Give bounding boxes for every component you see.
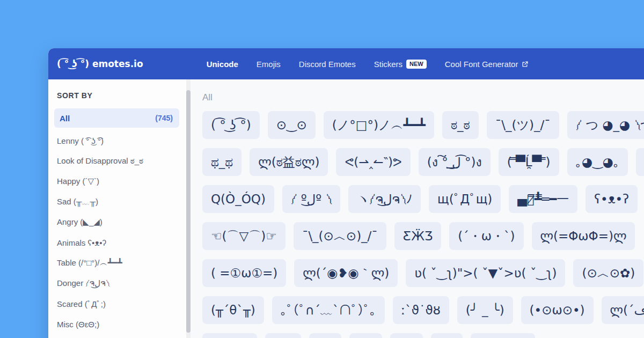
sidebar-item-misc[interactable]: Misc (ΘεΘ;) [54,314,179,334]
emote-card[interactable]: ƸӜƷ [394,222,441,250]
emote-row-partial [202,333,644,338]
sidebar-item-label: Donger ༼ຈل͜ຈ༽ [57,278,109,288]
nav-label: Unicode [207,60,238,69]
sidebar-item-count: (745) [155,114,173,122]
emote-list-panel: All ( ͡° ͜ʖ ͡°)⊙‿⊙(ノ°□°)ノ︵┻━┻ಠ_ಠ¯\_(ツ)_/… [191,79,644,338]
emote-card[interactable]: ლ(ಠ益ಠლ) [250,148,328,176]
app-window: ( ͡° ͜ʖ ͡°) emotes.io UnicodeEmojisDisco… [48,48,644,338]
sidebar-item-all[interactable]: All(745) [54,108,179,128]
nav-stickers[interactable]: StickersNEW [374,60,427,69]
sidebar-item-label: Misc (ΘεΘ;) [57,320,99,329]
sidebar-item-look-of-disapproval[interactable]: Look of Disapproval ಠ_ಠ [54,151,179,171]
sidebar-item-lenny[interactable]: Lenny ( ͡° ͜ʖ ͡°) [54,130,179,151]
emote-card[interactable]: ༼ ºل͜º ༽ [282,185,340,213]
sidebar-item-label: Angry (◣_◢) [57,217,103,227]
emote-card[interactable]: ( ͡° ͜ʖ ͡°) [202,111,260,139]
emote-card[interactable]: ლ(=ΦωΦ=)ლ [532,222,635,250]
nav-label: Cool Font Generator [445,60,518,69]
emote-card[interactable]: (ง ͠° ͟ل͜ ͡°)ง [419,148,491,176]
emote-card[interactable]: ༼ つ ◕_◕ ༽つ [567,111,644,139]
top-navbar: ( ͡° ͜ʖ ͡°) emotes.io UnicodeEmojisDisco… [48,48,644,79]
emote-card[interactable]: щ(ﾟДﾟщ) [429,185,501,213]
emote-card[interactable]: ( ̿▀̿Ĺ̯▀̿ ̿) [499,148,559,176]
sidebar-item-angry[interactable]: Angry (◣_◢) [54,212,179,232]
category-heading: All [202,92,644,103]
emote-card[interactable]: ▄︻̷̿┻̿═━一 [509,185,577,213]
emote-card[interactable]: ( =①ω①=) [202,259,286,287]
emote-grid: ( ͡° ͜ʖ ͡°)⊙‿⊙(ノ°□°)ノ︵┻━┻ಠ_ಠ¯\_(ツ)_/¯༼ つ… [202,111,644,338]
emote-row: (╥´θ`╥)｡ﾟ(ﾟ∩´﹏`∩ﾟ)ﾟ｡ː`ϑ˙ϑȣ(╯ _ ╰)(•⊙ω⊙•)… [202,296,644,324]
sidebar-item-sad[interactable]: Sad (╥﹏╥) [54,192,179,212]
nav-cool-font-generator[interactable]: Cool Font Generator [445,60,529,69]
emote-card[interactable] [471,333,535,338]
emote-card[interactable]: ｡ﾟ(ﾟ∩´﹏`∩ﾟ)ﾟ｡ [272,296,385,324]
page: { "colors": { "page_background": "#58a7f… [0,0,644,338]
sidebar-scrollbar-track[interactable] [186,79,191,338]
sidebar-list: All(745)Lenny ( ͡° ͜ʖ ͡°)Look of Disappr… [54,108,179,334]
emote-card[interactable]: (╥´θ`╥) [202,296,264,324]
emote-row: Q(Ò_ÓQ)༼ ºل͜º ༽ヽ༼ຈل͜ຈ༽ﾉщ(ﾟДﾟщ)▄︻̷̿┻̿═━一ʕ… [202,185,644,213]
site-logo[interactable]: ( ͡° ͜ʖ ͡°) emotes.io [57,58,143,69]
external-link-icon [522,61,529,68]
sidebar-item-label: Animals ʕ•ᴥ•ʔ [57,238,106,247]
sidebar-item-label: Happy (´▽`) [57,177,99,186]
main-nav: UnicodeEmojisDiscord EmotesStickersNEWCo… [207,60,529,69]
sidebar-item-label: Sad (╥﹏╥) [57,197,98,207]
emote-card[interactable]: (´・ω・`) [449,222,523,250]
emote-card[interactable]: ლ(´ڡ`ლ) [602,296,644,324]
emote-card[interactable]: ː`ϑ˙ϑȣ [393,296,449,324]
emote-card[interactable]: ¯\_(⊙︿⊙)_/¯ [294,222,386,250]
sidebar-item-label: All [60,114,70,123]
emote-card[interactable]: ヽ༼ຈل͜ຈ༽ﾉ [348,185,421,213]
sidebar: SORT BY All(745)Lenny ( ͡° ͜ʖ ͡°)Look of… [48,79,186,338]
sidebar-item-label: Lenny ( ͡° ͜ʖ ͡°) [57,136,104,145]
nav-discord-emotes[interactable]: Discord Emotes [299,60,356,69]
sidebar-item-label: Scared (ﾟДﾟ;) [57,299,106,308]
emote-card[interactable]: ( ͡ᵔ ͜ʖ ͡ᵔ ) [636,148,644,176]
emote-card[interactable]: (╯ _ ╰) [457,296,513,324]
emote-card[interactable]: ¯\_(ツ)_/¯ [487,111,559,139]
nav-unicode[interactable]: Unicode [207,60,238,69]
emote-card[interactable]: ⊙‿⊙ [268,111,316,139]
emote-card[interactable]: ᕙ(⇀‸↼‶)ᕗ [336,148,410,176]
nav-label: Discord Emotes [299,60,356,69]
emote-card[interactable] [309,333,341,338]
emote-card[interactable]: ლ(´◉❥◉｀ლ) [294,259,398,287]
emote-card[interactable]: ಥ_ಥ [202,148,241,176]
sidebar-item-donger[interactable]: Donger ༼ຈل͜ຈ༽ [54,273,179,293]
sidebar-item-animals[interactable]: Animals ʕ•ᴥ•ʔ [54,232,179,253]
sidebar-item-label: Look of Disapproval ಠ_ಠ [57,156,143,166]
sidebar-item-table[interactable]: Table (/°□°)/︵┻━┻ [54,253,179,273]
sidebar-scrollbar-thumb[interactable] [186,90,191,333]
emote-card[interactable] [202,333,257,338]
emote-card[interactable] [390,333,423,338]
emote-card[interactable]: (•⊙ω⊙•) [521,296,594,324]
emote-card[interactable]: ʋ( ˇ‿ʅ)">( ˇ▼ˇ>ʋ( ˇ‿ʅ) [406,259,565,287]
nav-emojis[interactable]: Emojis [257,60,281,69]
sidebar-item-label: Table (/°□°)/︵┻━┻ [57,258,122,268]
emote-card[interactable] [349,333,382,338]
emote-card[interactable] [431,333,463,338]
emote-row: ಥ_ಥლ(ಠ益ಠლ)ᕙ(⇀‸↼‶)ᕗ(ง ͠° ͟ل͜ ͡°)ง( ̿▀̿Ĺ̯▀… [202,148,644,176]
sort-by-title: SORT BY [57,91,179,100]
emote-card[interactable]: ☜(⌒▽⌒)☞ [202,222,286,250]
emote-row: ( ͡° ͜ʖ ͡°)⊙‿⊙(ノ°□°)ノ︵┻━┻ಠ_ಠ¯\_(ツ)_/¯༼ つ… [202,111,644,139]
nav-label: Emojis [257,60,281,69]
sidebar-item-happy[interactable]: Happy (´▽`) [54,171,179,192]
emote-row: ☜(⌒▽⌒)☞¯\_(⊙︿⊙)_/¯ƸӜƷ(´・ω・`)ლ(=ΦωΦ=)ლ [202,222,644,250]
content-area: SORT BY All(745)Lenny ( ͡° ͜ʖ ͡°)Look of… [48,79,644,338]
emote-card[interactable]: ʕ•ᴥ•ʔ [586,185,638,213]
emote-card[interactable]: ｡◕‿◕｡ [567,148,628,176]
nav-label: Stickers [374,60,402,69]
emote-card[interactable]: Q(Ò_ÓQ) [202,185,274,213]
emote-card[interactable]: (ノ°□°)ノ︵┻━┻ [324,111,434,139]
emote-card[interactable]: (⊙︿⊙✿) [573,259,643,287]
new-badge: NEW [406,60,427,69]
sidebar-item-scared[interactable]: Scared (ﾟДﾟ;) [54,293,179,314]
emote-row: ( =①ω①=)ლ(´◉❥◉｀ლ)ʋ( ˇ‿ʅ)">( ˇ▼ˇ>ʋ( ˇ‿ʅ)(… [202,259,644,287]
emote-card[interactable]: ಠ_ಠ [442,111,479,139]
emote-card[interactable] [265,333,301,338]
